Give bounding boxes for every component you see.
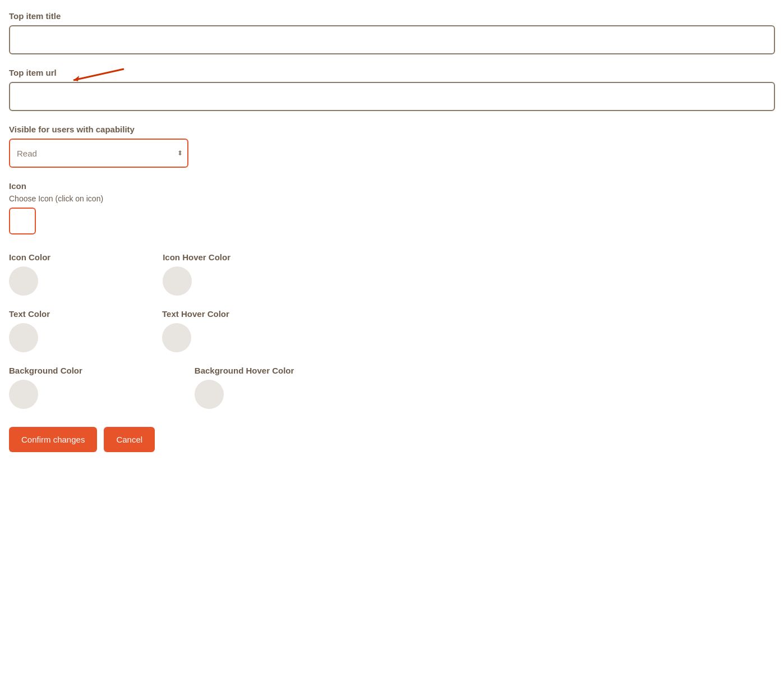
text-colors-row: Text Color Text Hover Color xyxy=(9,309,775,352)
text-color-label: Text Color xyxy=(9,309,50,319)
icon-color-item: Icon Color xyxy=(9,252,50,296)
icon-hover-color-label: Icon Hover Color xyxy=(163,252,230,262)
visibility-select-wrapper: Read Write Admin ⬍ xyxy=(9,139,188,168)
background-hover-color-swatch[interactable] xyxy=(195,380,224,409)
svg-line-0 xyxy=(73,69,124,80)
top-item-title-group: Top item title xyxy=(9,11,775,54)
colors-section: Icon Color Icon Hover Color Text Color T… xyxy=(9,252,775,409)
icon-colors-row: Icon Color Icon Hover Color xyxy=(9,252,775,296)
text-hover-color-swatch[interactable] xyxy=(162,323,191,352)
arrow-annotation xyxy=(62,63,130,88)
url-label-wrapper: Top item url xyxy=(9,68,775,77)
visibility-group: Visible for users with capability Read W… xyxy=(9,125,775,168)
icon-hover-color-item: Icon Hover Color xyxy=(163,252,230,296)
top-item-url-group: Top item url xyxy=(9,68,775,111)
background-color-swatch[interactable] xyxy=(9,380,38,409)
icon-chooser-label: Choose Icon (click on icon) xyxy=(9,194,775,203)
text-hover-color-label: Text Hover Color xyxy=(162,309,229,319)
background-colors-row: Background Color Background Hover Color xyxy=(9,366,775,409)
icon-chooser-box[interactable] xyxy=(9,208,36,234)
top-item-title-label: Top item title xyxy=(9,11,775,21)
background-color-label: Background Color xyxy=(9,366,82,375)
action-buttons: Confirm changes Cancel xyxy=(9,427,775,452)
visibility-select[interactable]: Read Write Admin xyxy=(9,139,188,168)
icon-section-label: Icon xyxy=(9,181,775,191)
text-color-swatch[interactable] xyxy=(9,323,38,352)
text-hover-color-item: Text Hover Color xyxy=(162,309,229,352)
cancel-button[interactable]: Cancel xyxy=(104,427,155,452)
icon-hover-color-swatch[interactable] xyxy=(163,266,192,296)
background-hover-color-item: Background Hover Color xyxy=(195,366,294,409)
confirm-changes-button[interactable]: Confirm changes xyxy=(9,427,97,452)
top-item-title-input[interactable] xyxy=(9,25,775,54)
icon-color-label: Icon Color xyxy=(9,252,50,262)
text-color-item: Text Color xyxy=(9,309,50,352)
background-color-item: Background Color xyxy=(9,366,82,409)
background-hover-color-label: Background Hover Color xyxy=(195,366,294,375)
icon-section: Icon Choose Icon (click on icon) xyxy=(9,181,775,234)
visibility-label: Visible for users with capability xyxy=(9,125,775,134)
icon-color-swatch[interactable] xyxy=(9,266,38,296)
